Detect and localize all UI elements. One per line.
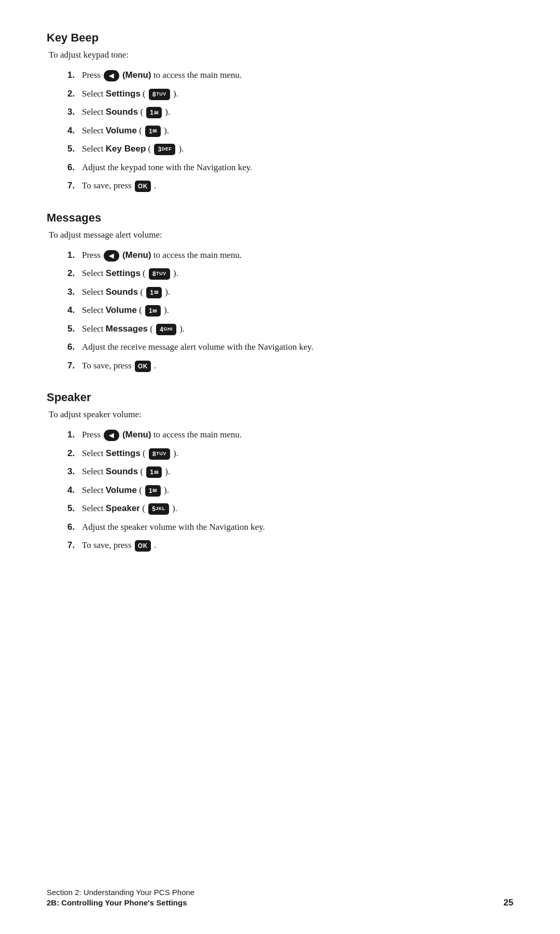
step-number: 4. <box>67 304 79 317</box>
step-text: Press ◀ (Menu) to access the main menu. <box>82 428 513 442</box>
step-text: To save, press OK . <box>82 359 513 373</box>
sounds-key-badge: 1 ✉ <box>146 287 162 298</box>
list-item: 4. Select Volume ( 1 ✉ ). <box>67 124 513 138</box>
step-number: 3. <box>67 105 79 119</box>
steps-list-speaker: 1. Press ◀ (Menu) to access the main men… <box>67 428 513 552</box>
step-text: Select Key Beep ( 3DEF ). <box>82 142 513 156</box>
list-item: 3. Select Sounds ( 1 ✉ ). <box>67 465 513 478</box>
list-item: 1. Press ◀ (Menu) to access the main men… <box>67 249 513 262</box>
step-text: Select Volume ( 1 ✉ ). <box>82 124 513 138</box>
footer-chapter: 2B: Controlling Your Phone's Settings <box>47 898 187 907</box>
list-item: 3. Select Sounds ( 1 ✉ ). <box>67 105 513 119</box>
step-number: 4. <box>67 124 79 138</box>
step-number: 6. <box>67 340 79 354</box>
step-text: Select Volume ( 1 ✉ ). <box>82 484 513 497</box>
step-text: Adjust the speaker volume with the Navig… <box>82 520 513 534</box>
sounds-key-badge: 1 ✉ <box>146 107 162 118</box>
step-number: 3. <box>67 465 79 478</box>
list-item: 7. To save, press OK . <box>67 359 513 373</box>
page-footer: Section 2: Understanding Your PCS Phone … <box>47 888 513 908</box>
list-item: 5. Select Speaker ( 5JKL ). <box>67 502 513 515</box>
settings-key-badge: 8TUV <box>149 89 170 100</box>
section-title-speaker: Speaker <box>47 391 513 404</box>
step-number: 1. <box>67 428 79 442</box>
section-intro-messages: To adjust message alert volume: <box>49 230 513 240</box>
section-title-messages: Messages <box>47 211 513 225</box>
section-key-beep: Key Beep To adjust keypad tone: 1. Press… <box>47 31 513 193</box>
step-number: 6. <box>67 161 79 174</box>
step-text: Select Sounds ( 1 ✉ ). <box>82 465 513 478</box>
section-speaker: Speaker To adjust speaker volume: 1. Pre… <box>47 391 513 552</box>
ok-key-badge: OK <box>135 181 151 192</box>
step-text: Select Sounds ( 1 ✉ ). <box>82 285 513 299</box>
speaker-key-badge: 5JKL <box>148 503 169 515</box>
page-content: Key Beep To adjust keypad tone: 1. Press… <box>47 31 513 552</box>
section-messages: Messages To adjust message alert volume:… <box>47 211 513 373</box>
step-text: Adjust the receive message alert volume … <box>82 340 513 354</box>
step-number: 5. <box>67 142 79 156</box>
ok-key-badge: OK <box>135 361 151 372</box>
step-text: Press ◀ (Menu) to access the main menu. <box>82 249 513 262</box>
step-number: 4. <box>67 484 79 497</box>
list-item: 2. Select Settings ( 8TUV ). <box>67 267 513 280</box>
step-text: Select Sounds ( 1 ✉ ). <box>82 105 513 119</box>
list-item: 6. Adjust the receive message alert volu… <box>67 340 513 354</box>
volume-key-badge: 1 ✉ <box>145 126 161 137</box>
step-text: Adjust the keypad tone with the Navigati… <box>82 161 513 174</box>
step-text: Press ◀ (Menu) to access the main menu. <box>82 68 513 82</box>
steps-list-messages: 1. Press ◀ (Menu) to access the main men… <box>67 249 513 373</box>
steps-list-key-beep: 1. Press ◀ (Menu) to access the main men… <box>67 68 513 193</box>
volume-key-badge: 1 ✉ <box>145 485 161 497</box>
list-item: 6. Adjust the speaker volume with the Na… <box>67 520 513 534</box>
settings-key-badge: 8TUV <box>149 268 170 280</box>
section-intro-speaker: To adjust speaker volume: <box>49 409 513 420</box>
list-item: 2. Select Settings ( 8TUV ). <box>67 447 513 460</box>
step-number: 5. <box>67 502 79 515</box>
volume-key-badge: 1 ✉ <box>145 305 161 317</box>
list-item: 3. Select Sounds ( 1 ✉ ). <box>67 285 513 299</box>
step-number: 3. <box>67 285 79 299</box>
step-number: 1. <box>67 249 79 262</box>
step-text: Select Speaker ( 5JKL ). <box>82 502 513 515</box>
step-number: 2. <box>67 267 79 280</box>
step-number: 5. <box>67 322 79 336</box>
footer-bottom-row: 2B: Controlling Your Phone's Settings 25 <box>47 898 513 908</box>
list-item: 1. Press ◀ (Menu) to access the main men… <box>67 428 513 442</box>
list-item: 7. To save, press OK . <box>67 539 513 552</box>
step-text: Select Volume ( 1 ✉ ). <box>82 304 513 317</box>
list-item: 2. Select Settings ( 8TUV ). <box>67 87 513 101</box>
step-number: 7. <box>67 179 79 193</box>
step-number: 2. <box>67 447 79 460</box>
step-text: Select Settings ( 8TUV ). <box>82 267 513 280</box>
step-number: 7. <box>67 359 79 373</box>
list-item: 4. Select Volume ( 1 ✉ ). <box>67 304 513 317</box>
list-item: 6. Adjust the keypad tone with the Navig… <box>67 161 513 174</box>
list-item: 1. Press ◀ (Menu) to access the main men… <box>67 68 513 82</box>
step-number: 1. <box>67 68 79 82</box>
footer-page-number: 25 <box>503 898 513 908</box>
menu-key-badge: ◀ <box>104 430 119 441</box>
step-number: 2. <box>67 87 79 101</box>
step-text: To save, press OK . <box>82 539 513 552</box>
list-item: 5. Select Messages ( 4GHI ). <box>67 322 513 336</box>
sounds-key-badge: 1 ✉ <box>146 466 162 478</box>
keybeep-key-badge: 3DEF <box>154 144 175 155</box>
step-text: Select Settings ( 8TUV ). <box>82 87 513 101</box>
step-text: Select Settings ( 8TUV ). <box>82 447 513 460</box>
list-item: 5. Select Key Beep ( 3DEF ). <box>67 142 513 156</box>
list-item: 7. To save, press OK . <box>67 179 513 193</box>
step-number: 7. <box>67 539 79 552</box>
menu-key-badge: ◀ <box>104 70 119 81</box>
ok-key-badge: OK <box>135 540 151 552</box>
list-item: 4. Select Volume ( 1 ✉ ). <box>67 484 513 497</box>
menu-key-badge: ◀ <box>104 250 119 262</box>
step-text: To save, press OK . <box>82 179 513 193</box>
messages-key-badge: 4GHI <box>156 324 176 335</box>
step-text: Select Messages ( 4GHI ). <box>82 322 513 336</box>
footer-section-label: Section 2: Understanding Your PCS Phone <box>47 888 513 897</box>
step-number: 6. <box>67 520 79 534</box>
section-intro-key-beep: To adjust keypad tone: <box>49 50 513 60</box>
settings-key-badge: 8TUV <box>149 448 170 460</box>
section-title-key-beep: Key Beep <box>47 31 513 45</box>
